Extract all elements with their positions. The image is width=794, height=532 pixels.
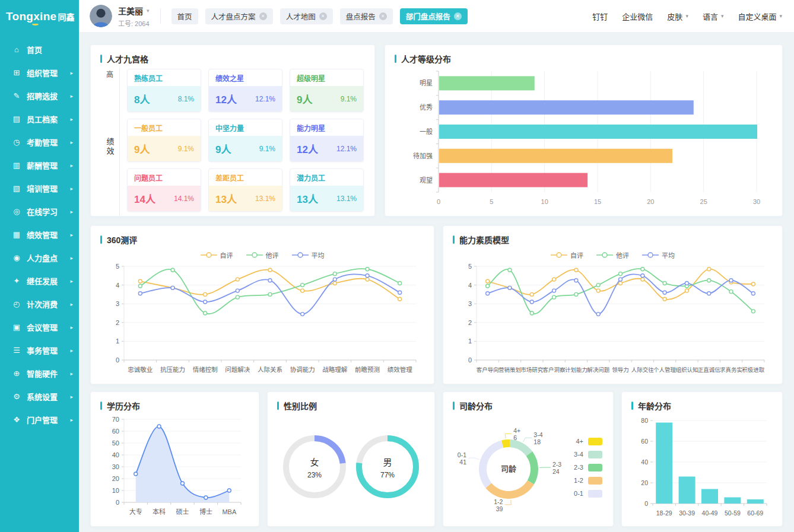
- cell-body: 9人9.1%: [290, 86, 363, 112]
- sidebar-item-recruit[interactable]: ✎招聘选拔▸: [0, 84, 79, 107]
- svg-text:忠诚敬业: 忠诚敬业: [128, 366, 153, 373]
- nine-grid-cell[interactable]: 问题员工14人14.1%: [127, 168, 201, 212]
- title-bar-accent: [100, 235, 102, 244]
- svg-text:本科: 本科: [153, 508, 166, 515]
- training-icon: ▧: [12, 184, 21, 193]
- sidebar-item-online-learning[interactable]: ◎在线学习▸: [0, 200, 79, 223]
- cell-count: 12人: [297, 141, 318, 156]
- legend-label: 平均: [312, 250, 325, 260]
- cell-percent: 9.1%: [178, 145, 194, 153]
- sidebar-item-performance[interactable]: ▦绩效管理▸: [0, 223, 79, 246]
- top-action-自定义桌面[interactable]: 自定义桌面▾: [738, 11, 782, 22]
- svg-text:1: 1: [468, 337, 472, 345]
- svg-text:1-239: 1-239: [494, 498, 503, 512]
- svg-text:40: 40: [641, 458, 648, 466]
- sidebar-item-label: 组织管理: [27, 67, 58, 78]
- sidebar-item-attendance[interactable]: ◷考勤管理▸: [0, 130, 79, 154]
- legend-item-他评[interactable]: 他评: [596, 250, 629, 260]
- close-icon[interactable]: ×: [379, 12, 387, 20]
- title-bar-accent: [100, 55, 102, 63]
- logo[interactable]: Tongxine 同鑫: [0, 0, 79, 33]
- legend-item-1-2[interactable]: 1-2: [569, 477, 602, 485]
- cell-body: 12人12.1%: [209, 86, 282, 112]
- legend-item-2-3[interactable]: 2-3: [569, 464, 602, 472]
- legend-item-4+[interactable]: 4+: [569, 438, 602, 445]
- nine-grid-cell[interactable]: 能力明星12人12.1%: [290, 119, 364, 162]
- assessment-360-chart: 012345忠诚敬业抗压能力情绪控制问题解决人际关系协调能力战略理解前瞻预测绩效…: [100, 262, 424, 380]
- legend-item-0-1[interactable]: 0-1: [569, 490, 602, 498]
- nine-grid-cell[interactable]: 潜力员工13人13.1%: [290, 168, 364, 212]
- sidebar-item-succession[interactable]: ✦继任发展▸: [0, 269, 79, 292]
- gender-chart: 女23%男77%: [277, 415, 425, 520]
- legend-item-自评[interactable]: 自评: [201, 250, 233, 260]
- top-action-皮肤[interactable]: 皮肤▾: [667, 11, 688, 22]
- svg-text:协调能力: 协调能力: [290, 366, 315, 373]
- sidebar-item-salary[interactable]: ▥薪酬管理▸: [0, 154, 79, 177]
- sidebar-item-employee-file[interactable]: ▤员工档案▸: [0, 107, 79, 130]
- online-learning-icon: ◎: [12, 207, 21, 216]
- close-icon[interactable]: ×: [454, 12, 462, 20]
- sidebar-item-label: 绩效管理: [27, 229, 58, 240]
- svg-text:5: 5: [490, 198, 493, 205]
- tab-人才盘点方案[interactable]: 人才盘点方案×: [205, 8, 273, 24]
- cell-body: 9人9.1%: [209, 136, 282, 161]
- top-action-企业微信[interactable]: 企业微信: [622, 11, 653, 22]
- nine-grid-cell[interactable]: 差距员工13人13.1%: [208, 168, 282, 212]
- sidebar-item-label: 计次消费: [27, 298, 58, 310]
- sidebar-item-settings[interactable]: ⚙系统设置▸: [0, 385, 79, 408]
- svg-text:20: 20: [641, 479, 648, 486]
- sidebar-item-portal[interactable]: ❖门户管理▸: [0, 408, 79, 431]
- legend-item-他评[interactable]: 他评: [246, 250, 279, 260]
- sidebar-item-org[interactable]: ⊞组织管理▸: [0, 61, 79, 84]
- sidebar-item-affairs[interactable]: ☰事务管理▸: [0, 339, 79, 362]
- tab-人才地图[interactable]: 人才地图×: [280, 8, 333, 24]
- legend-swatch: [588, 490, 602, 498]
- chart-legend[interactable]: 自评他评平均: [453, 249, 773, 262]
- legend-item-平均[interactable]: 平均: [642, 250, 675, 260]
- sidebar-item-hardware[interactable]: ⊕智能硬件▸: [0, 362, 79, 385]
- avatar[interactable]: [90, 5, 112, 27]
- close-icon[interactable]: ×: [319, 12, 327, 20]
- sidebar-item-meeting[interactable]: ▣会议管理▸: [0, 316, 79, 339]
- chart-legend[interactable]: 自评他评平均: [100, 249, 424, 262]
- age-chart: 02040608018-2930-3940-4950-5960-69: [631, 415, 773, 523]
- sidebar-item-home[interactable]: ⌂首页: [0, 38, 79, 61]
- svg-text:情绪控制: 情绪控制: [193, 366, 218, 373]
- meeting-icon: ▣: [12, 323, 21, 332]
- top-action-label: 自定义桌面: [738, 11, 776, 22]
- nine-grid-cell[interactable]: 熟练员工8人8.1%: [127, 69, 201, 112]
- legend-label: 3-4: [569, 451, 583, 458]
- title-bar-accent: [453, 235, 455, 244]
- tab-首页[interactable]: 首页: [171, 8, 198, 24]
- top-action-钉钉[interactable]: 钉钉: [592, 11, 608, 22]
- svg-text:77%: 77%: [380, 471, 395, 479]
- card-competency: 能力素质模型 自评他评平均 012345客户导向营销策划市场研究客户洞察计划能力…: [443, 225, 783, 384]
- tab-盘点报告[interactable]: 盘点报告×: [340, 8, 393, 24]
- legend-item-3-4[interactable]: 3-4: [569, 451, 602, 458]
- sidebar-item-training[interactable]: ▧培训管理▸: [0, 177, 79, 200]
- svg-text:女: 女: [310, 457, 319, 467]
- legend-item-平均[interactable]: 平均: [292, 250, 325, 260]
- nine-grid-cell[interactable]: 绩效之星12人12.1%: [208, 69, 282, 112]
- nine-grid-cell[interactable]: 中坚力量9人9.1%: [208, 119, 282, 162]
- legend-label: 自评: [220, 250, 233, 260]
- row-2: 360测评 自评他评平均 012345忠诚敬业抗压能力情绪控制问题解决人际关系协…: [90, 225, 783, 384]
- user-info[interactable]: 王美丽 ▾ 工号: 2064: [118, 5, 150, 28]
- nine-grid-cell[interactable]: 超级明星9人9.1%: [290, 69, 364, 112]
- sidebar-item-talent-review[interactable]: ◉人力盘点▸: [0, 246, 79, 269]
- performance-icon: ▦: [12, 230, 21, 239]
- tab-部门盘点报告[interactable]: 部门盘点报告×: [400, 8, 468, 24]
- svg-text:0: 0: [116, 356, 119, 364]
- chevron-right-icon: ▸: [70, 371, 73, 377]
- sidebar-item-label: 培训管理: [27, 183, 58, 194]
- svg-text:客户洞察: 客户洞察: [543, 367, 566, 373]
- chevron-down-icon: ▾: [779, 13, 782, 19]
- svg-text:领导力: 领导力: [612, 367, 629, 373]
- top-action-语言[interactable]: 语言▾: [703, 11, 724, 22]
- legend-item-自评[interactable]: 自评: [551, 250, 583, 260]
- legend-marker-icon: [596, 252, 613, 258]
- chevron-right-icon: ▸: [70, 70, 73, 76]
- nine-grid-cell[interactable]: 一般员工9人9.1%: [127, 119, 201, 162]
- sidebar-item-consumption[interactable]: ◴计次消费▸: [0, 292, 79, 316]
- close-icon[interactable]: ×: [259, 12, 267, 20]
